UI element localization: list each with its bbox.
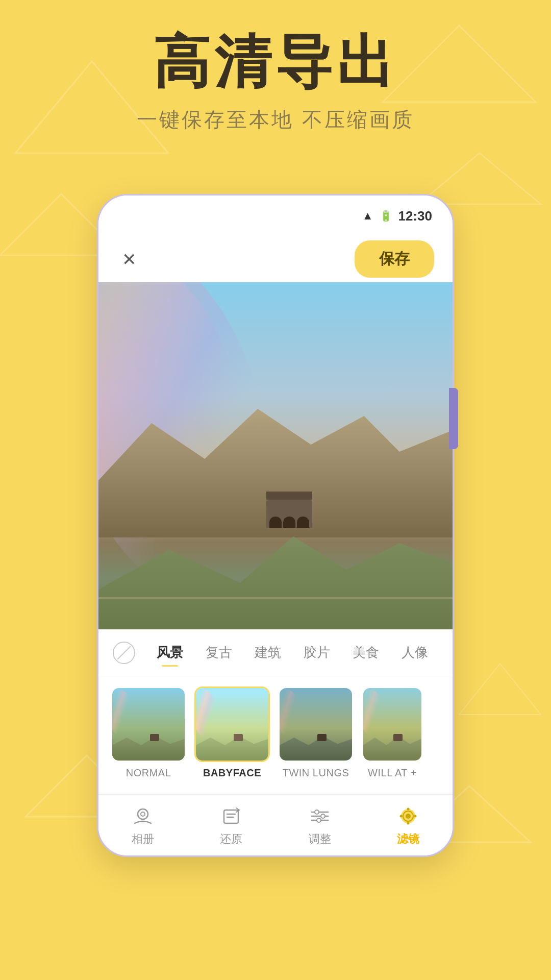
- filter-cat-retro[interactable]: 复古: [194, 640, 243, 666]
- svg-point-22: [407, 822, 410, 824]
- svg-point-24: [414, 815, 417, 817]
- close-icon: ✕: [122, 249, 136, 270]
- thumb-img-will-at: [362, 687, 423, 762]
- phone-outer: ▲ 🔋 12:30 ✕ 保存: [97, 194, 454, 857]
- nav-item-adjust[interactable]: 调整: [308, 804, 332, 847]
- svg-point-7: [138, 809, 148, 819]
- nav-item-restore[interactable]: 还原: [219, 804, 243, 847]
- hero-title: 高清导出: [0, 31, 551, 93]
- bottom-nav: 相册 还原: [98, 794, 453, 855]
- phone-mockup: ▲ 🔋 12:30 ✕ 保存: [97, 194, 454, 857]
- hero-subtitle: 一键保存至本地 不压缩画质: [0, 106, 551, 134]
- filter-thumb-normal[interactable]: NORMAL: [111, 687, 186, 779]
- status-time: 12:30: [398, 208, 433, 224]
- nav-label-adjust: 调整: [309, 831, 331, 847]
- filter-cat-food[interactable]: 美食: [341, 640, 390, 666]
- battery-icon: 🔋: [380, 210, 392, 222]
- arch-3: [297, 517, 309, 528]
- svg-point-16: [321, 814, 325, 818]
- adjust-icon: [308, 804, 332, 828]
- filter-thumb-twin-lungs[interactable]: TWIN LUNGS: [278, 687, 354, 779]
- filter-cat-architecture[interactable]: 建筑: [243, 640, 292, 666]
- filter-icon: [396, 804, 420, 828]
- svg-point-8: [141, 812, 145, 816]
- building-roof: [266, 492, 312, 500]
- thumb-label-normal: NORMAL: [126, 767, 171, 779]
- filter-thumb-will-at[interactable]: WILL AT +: [362, 687, 423, 779]
- arch-1: [269, 517, 282, 528]
- photo-area: [98, 282, 453, 629]
- status-bar: ▲ 🔋 12:30: [98, 195, 453, 236]
- thumb-label-twin-lungs: TWIN LUNGS: [283, 767, 349, 779]
- svg-point-20: [406, 814, 411, 819]
- signal-icon: ▲: [362, 209, 373, 223]
- nav-item-filter[interactable]: 滤镜: [396, 804, 420, 847]
- filter-cat-portrait[interactable]: 人像: [390, 640, 439, 666]
- album-icon: [131, 804, 155, 828]
- save-button[interactable]: 保存: [355, 240, 434, 278]
- thumb-img-twin-lungs: [278, 687, 354, 762]
- building-arches: [266, 517, 312, 528]
- nav-label-restore: 还原: [220, 831, 242, 847]
- hero-section: 高清导出 一键保存至本地 不压缩画质: [0, 31, 551, 134]
- building: [266, 492, 312, 527]
- nav-label-filter: 滤镜: [397, 831, 419, 847]
- restore-icon: [219, 804, 243, 828]
- filter-cat-landscape[interactable]: 风景: [145, 640, 194, 666]
- thumb-label-babyface: BABYFACE: [203, 767, 261, 779]
- svg-point-17: [317, 818, 321, 822]
- thumb-img-normal: [111, 687, 186, 762]
- thumb-img-babyface: [194, 687, 270, 762]
- svg-point-21: [407, 807, 410, 810]
- nav-label-album: 相册: [132, 831, 154, 847]
- close-button[interactable]: ✕: [117, 247, 141, 272]
- svg-point-15: [315, 810, 319, 814]
- side-tab: [449, 388, 458, 449]
- svg-point-23: [400, 815, 403, 817]
- no-filter-icon[interactable]: [113, 642, 135, 664]
- filter-section: 风景 复古 建筑 胶片 美食 人像: [98, 629, 453, 794]
- nav-item-album[interactable]: 相册: [131, 804, 155, 847]
- thumb-label-will-at: WILL AT +: [368, 767, 417, 779]
- filter-categories: 风景 复古 建筑 胶片 美食 人像: [98, 629, 453, 676]
- road-line: [98, 597, 453, 599]
- building-body: [266, 500, 312, 528]
- app-header: ✕ 保存: [98, 236, 453, 282]
- filter-thumbs-row: NORMAL BABYFACE: [98, 676, 453, 789]
- filter-cat-film[interactable]: 胶片: [292, 640, 341, 666]
- arch-2: [283, 517, 295, 528]
- filter-thumb-babyface[interactable]: BABYFACE: [194, 687, 270, 779]
